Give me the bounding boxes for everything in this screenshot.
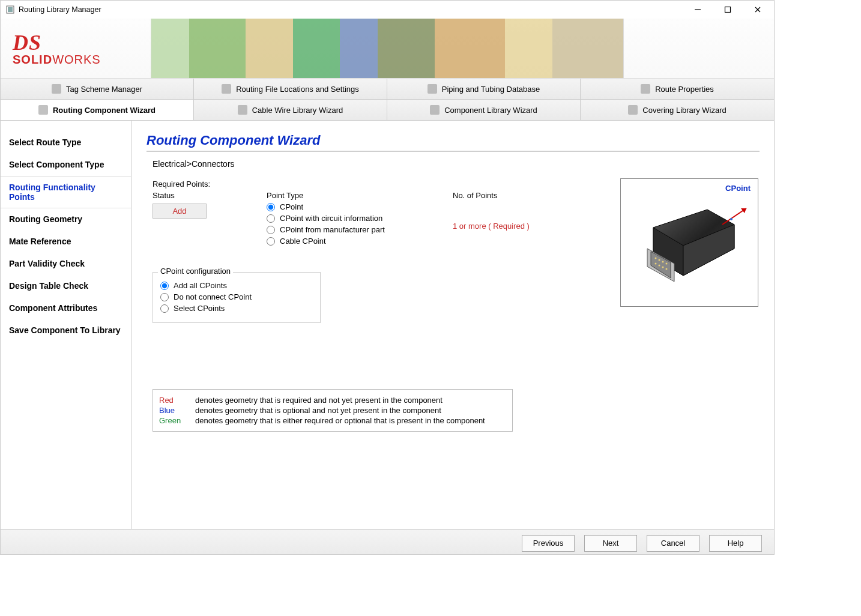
step-select-component-type[interactable]: Select Component Type [1,154,131,176]
no-of-points-label: No. of Points [453,191,597,200]
step-design-table-check[interactable]: Design Table Check [1,275,131,297]
tab-cable-wire-library[interactable]: Cable Wire Library Wizard [194,100,387,120]
footer: Previous Next Cancel Help [1,529,774,555]
preview-cpoint-label: CPoint [725,184,751,193]
banner-illustration [151,19,624,78]
help-button[interactable]: Help [709,535,762,552]
svg-point-13 [662,261,664,263]
logo-works: WORKS [52,53,101,66]
svg-point-11 [655,258,657,259]
preview-box: CPoint [620,178,758,307]
legend-green-label: Green [159,416,187,425]
legend-red-label: Red [159,396,187,405]
svg-rect-3 [725,7,731,13]
logo-solid: SOLID [13,53,52,66]
app-icon [5,5,15,14]
minimize-button[interactable] [689,4,707,16]
tab-row-2: Routing Component Wizard Cable Wire Libr… [1,100,774,121]
connector-preview-icon [629,192,749,294]
page-title: Routing Component Wizard [147,133,760,152]
gear-icon [222,84,231,94]
legend-blue-label: Blue [159,406,187,415]
solidworks-logo: DS SOLIDWORKS [1,30,101,67]
svg-rect-1 [8,7,13,12]
add-button[interactable]: Add [153,204,207,219]
point-type-label: Point Type [267,191,447,200]
svg-point-15 [655,263,657,265]
step-select-route-type[interactable]: Select Route Type [1,131,131,154]
tag-icon [52,84,61,94]
content-panel: Routing Component Wizard Electrical>Conn… [131,121,774,529]
radio-cable-cpoint-input[interactable] [267,237,275,246]
radio-add-all-cpoints-input[interactable] [160,282,169,290]
svg-point-12 [659,259,660,261]
cable-icon [238,105,247,115]
properties-icon [641,84,650,94]
svg-point-18 [666,268,668,270]
radio-cable-cpoint[interactable]: Cable CPoint [267,237,447,246]
tab-routing-component-wizard[interactable]: Routing Component Wizard [1,100,194,120]
radio-do-not-connect[interactable]: Do not connect CPoint [160,292,313,301]
step-mate-reference[interactable]: Mate Reference [1,231,131,253]
next-button[interactable]: Next [584,535,637,552]
logo-ds: DS [13,30,101,50]
covering-icon [628,105,638,115]
legend-green-desc: denotes geometry that is either required… [195,416,485,425]
radio-cpoint-circuit-input[interactable] [267,214,275,223]
breadcrumb: Electrical>Connectors [153,159,760,169]
radio-cpoint-input[interactable] [267,203,275,211]
step-routing-geometry[interactable]: Routing Geometry [1,208,131,231]
radio-do-not-connect-input[interactable] [160,293,169,301]
library-icon [430,105,440,115]
step-part-validity-check[interactable]: Part Validity Check [1,253,131,275]
wizard-icon [38,105,48,115]
tab-component-library[interactable]: Component Library Wizard [387,100,581,120]
main-area: Select Route Type Select Component Type … [1,121,774,529]
tab-row-1: Tag Scheme Manager Routing File Location… [1,79,774,100]
radio-cpoint-manufacturer[interactable]: CPoint from manufacturer part [267,225,447,234]
window-title: Routing Library Manager [19,5,101,14]
radio-cpoint[interactable]: CPoint [267,202,447,211]
required-text: 1 or more ( Required ) [453,222,597,231]
svg-line-19 [722,208,746,225]
svg-point-17 [662,267,664,268]
svg-point-14 [666,263,668,265]
status-label: Status [153,191,261,200]
svg-point-16 [659,265,660,267]
database-icon [427,84,437,94]
tab-routing-file-locations[interactable]: Routing File Locations and Settings [194,79,387,99]
close-button[interactable] [749,4,767,16]
step-routing-functionality-points[interactable]: Routing Functionality Points [1,176,131,208]
tab-route-properties[interactable]: Route Properties [581,79,774,99]
titlebar: Routing Library Manager [1,1,774,19]
cancel-button[interactable]: Cancel [647,535,699,552]
cpoint-configuration-group: CPoint configuration Add all CPoints Do … [153,272,321,323]
tab-covering-library[interactable]: Covering Library Wizard [581,100,774,120]
step-save-component[interactable]: Save Component To Library [1,319,131,342]
legend-red-desc: denotes geometry that is required and no… [195,396,443,405]
tab-piping-tubing-db[interactable]: Piping and Tubing Database [387,79,581,99]
maximize-button[interactable] [719,4,737,16]
svg-point-21 [730,218,733,220]
wizard-steps-sidebar: Select Route Type Select Component Type … [1,121,131,529]
radio-select-cpoints-input[interactable] [160,304,169,313]
radio-add-all-cpoints[interactable]: Add all CPoints [160,281,313,290]
cpoint-config-legend: CPoint configuration [158,267,233,276]
previous-button[interactable]: Previous [522,535,575,552]
radio-select-cpoints[interactable]: Select CPoints [160,304,313,313]
step-component-attributes[interactable]: Component Attributes [1,297,131,319]
radio-cpoint-circuit[interactable]: CPoint with circuit information [267,214,447,223]
color-legend: Reddenotes geometry that is required and… [153,389,513,432]
banner: DS SOLIDWORKS [1,19,774,79]
tab-tag-scheme-manager[interactable]: Tag Scheme Manager [1,79,194,99]
legend-blue-desc: denotes geometry that is optional and no… [195,406,441,415]
radio-cpoint-manufacturer-input[interactable] [267,226,275,234]
